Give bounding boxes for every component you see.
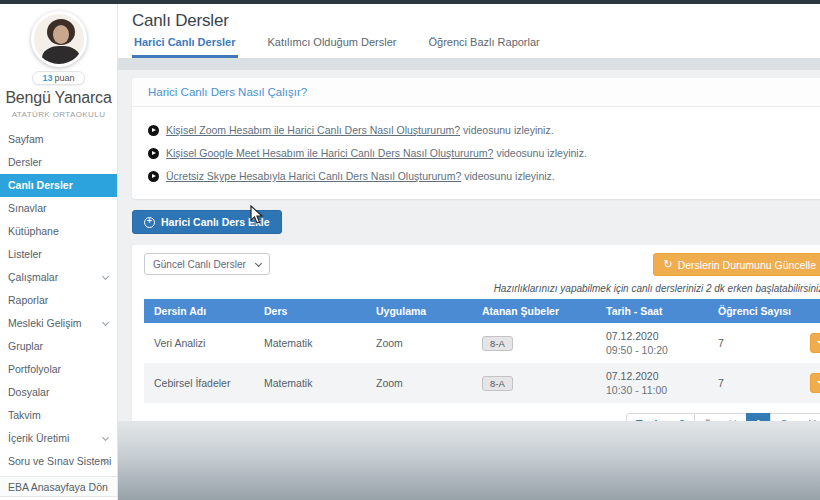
how-it-works-box: Harici Canlı Ders Nasıl Çalışır? Kişisel… [132,78,820,199]
sidebar-item-mesleki-gelisim[interactable]: Mesleki Gelişim [0,312,117,335]
zoom-help-link[interactable]: Kişisel Zoom Hesabım ile Harici Canlı De… [166,124,460,136]
play-icon[interactable] [148,148,159,159]
video-help-item: Kişisel Zoom Hesabım ile Harici Canlı De… [148,124,816,136]
content-area: Harici Canlı Ders Nasıl Çalışır? Kişisel… [118,70,820,445]
lesson-date: 07.12.2020 [606,370,698,382]
lesson-filter-select[interactable]: Güncel Canlı Dersler [144,253,270,275]
row-actions-dropdown-button[interactable] [810,333,820,353]
sidebar-menu: Sayfam Dersler Canlı Dersler Sınavlar Kü… [0,128,117,497]
update-lessons-status-button[interactable]: ↻ Derslerin Durumunu Güncelle [653,253,820,276]
points-value: 13 [42,73,52,83]
play-icon[interactable] [148,171,159,182]
col-ogrenci-sayisi: Öğrenci Sayısı [708,299,800,323]
video-help-item: Kişisel Google Meet Hesabım ile Harici C… [148,147,816,159]
lesson-course: Matematik [254,323,366,363]
table-row: Cebirsel İfadeler Matematik Zoom 8-A 07.… [144,363,820,403]
lesson-name: Veri Analizi [144,323,254,363]
sidebar-item-dosyalar[interactable]: Dosyalar [0,381,117,404]
lesson-date: 07.12.2020 [606,330,698,342]
tab-katilimci-oldugum-dersler[interactable]: Katılımcı Olduğum Dersler [266,30,399,58]
sidebar-item-raporlar[interactable]: Raporlar [0,289,117,312]
sidebar-item-soru-ve-sinav-sistemi[interactable]: Soru ve Sınav Sistemi [0,450,117,473]
branch-badge[interactable]: 8-A [482,336,513,351]
sidebar-item-kutuphane[interactable]: Kütüphane [0,220,117,243]
skype-help-link[interactable]: Ücretsiz Skype Hesabıyla Harici Canlı De… [166,170,461,182]
bottom-vignette [118,421,820,500]
sidebar-item-gruplar[interactable]: Gruplar [0,335,117,358]
table-header-row: Dersin Adı Ders Uygulama Atanan Şubeler … [144,299,820,323]
avatar[interactable] [31,11,87,67]
sidebar-item-canli-dersler[interactable]: Canlı Dersler [0,174,117,197]
lesson-app: Zoom [366,363,472,403]
tab-ogrenci-bazli-raporlar[interactable]: Öğrenci Bazlı Raporlar [426,30,541,58]
sidebar-item-sayfam[interactable]: Sayfam [0,128,117,151]
sidebar-item-dersler[interactable]: Dersler [0,151,117,174]
chevron-down-icon [102,434,109,441]
tab-bar: Harici Canlı Dersler Katılımcı Olduğum D… [132,30,570,58]
lesson-course: Matematik [254,363,366,403]
sidebar-item-calismalar[interactable]: Çalışmalar [0,266,117,289]
lesson-time: 10:30 - 11:00 [606,384,698,396]
early-start-note: Hazırlıklarınızı yapabilmek için canlı d… [144,283,820,294]
sidebar-item-listeler[interactable]: Listeler [0,243,117,266]
video-help-item: Ücretsiz Skype Hesabıyla Harici Canlı De… [148,170,816,182]
student-count: 7 [708,363,800,403]
points-badge: 13puan [32,71,84,85]
chevron-down-icon [102,319,109,326]
profile-name: Bengü Yanarca [0,89,117,107]
google-meet-help-link[interactable]: Kişisel Google Meet Hesabım ile Harici C… [166,147,493,159]
sidebar-item-sinavlar[interactable]: Sınavlar [0,197,117,220]
lessons-table: Dersin Adı Ders Uygulama Atanan Şubeler … [144,299,820,403]
sidebar-item-eba-anasayfaya-don[interactable]: EBA Anasayfaya Dön [0,476,117,497]
sidebar-item-takvim[interactable]: Takvim [0,404,117,427]
page-title: Canlı Dersler [132,4,820,31]
sidebar: 13puan Bengü Yanarca ATATÜRK ORTAOKULU S… [0,4,118,500]
play-icon[interactable] [148,125,159,136]
profile-school: ATATÜRK ORTAOKULU [0,110,117,119]
chevron-down-icon [102,273,109,280]
sidebar-item-icerik-uretimi[interactable]: İçerik Üretimi [0,427,117,450]
header-divider-band [118,58,820,70]
how-it-works-title: Harici Canlı Ders Nasıl Çalışır? [132,78,820,107]
points-label: puan [54,73,74,83]
profile-section: 13puan Bengü Yanarca ATATÜRK ORTAOKULU [0,4,117,119]
col-tarih-saat: Tarih - Saat [596,299,708,323]
lesson-app: Zoom [366,323,472,363]
col-dersin-adi: Dersin Adı [144,299,254,323]
refresh-icon: ↻ [663,259,672,270]
lesson-name: Cebirsel İfadeler [144,363,254,403]
sidebar-item-portfolyolar[interactable]: Portfolyolar [0,358,117,381]
chevron-down-icon [255,260,262,267]
lessons-panel: Güncel Canlı Dersler ↻ Derslerin Durumun… [132,245,820,445]
tab-harici-canli-dersler[interactable]: Harici Canlı Dersler [132,30,238,58]
row-actions-dropdown-button[interactable] [810,373,820,393]
plus-circle-icon: + [144,217,155,228]
lesson-time: 09:50 - 10:20 [606,344,698,356]
branch-badge[interactable]: 8-A [482,376,513,391]
col-atanan-subeler: Atanan Şubeler [472,299,596,323]
page-header: Canlı Dersler Harici Canlı Dersler Katıl… [118,4,820,58]
student-count: 7 [708,323,800,363]
col-ders: Ders [254,299,366,323]
table-row: Veri Analizi Matematik Zoom 8-A 07.12.20… [144,323,820,363]
mouse-cursor [250,205,264,225]
col-uygulama: Uygulama [366,299,472,323]
